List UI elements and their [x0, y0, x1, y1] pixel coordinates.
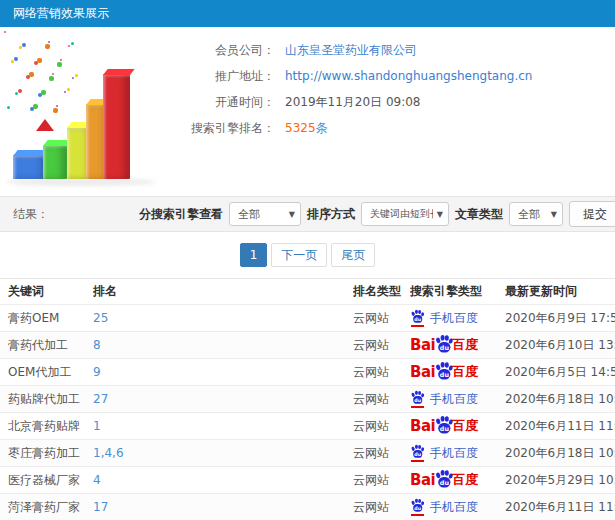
- chevron-down-icon: ▼: [289, 210, 295, 219]
- open-time-label: 开通时间：: [185, 94, 275, 111]
- baidu-logo: Bai du 百度: [410, 334, 505, 356]
- mobile-baidu-paw-icon: du: [410, 390, 425, 408]
- promo-url-label: 推广地址：: [185, 68, 275, 85]
- keyword-cell: 枣庄膏药加工: [8, 445, 93, 462]
- sort-select-value: 关键词由短到长排序: [370, 207, 433, 221]
- header-keyword: 关键词: [8, 283, 93, 300]
- engine-cell: Bai du 百度: [410, 390, 505, 408]
- updated-cell: 2020年6月9日 17:50: [505, 310, 615, 327]
- baidu-logo: Bai du 百度: [410, 361, 505, 383]
- header-updated: 最新更新时间: [505, 283, 615, 300]
- chevron-down-icon: ▼: [437, 210, 443, 219]
- chevron-down-icon: ▼: [551, 210, 557, 219]
- pagination: 1 下一页 尾页: [0, 232, 615, 278]
- engine-cell: Bai du 百度: [410, 498, 505, 516]
- rank-link[interactable]: 25: [93, 311, 353, 325]
- page-title: 网络营销效果展示: [13, 5, 109, 22]
- table-row: 菏泽膏药厂家 17 云网站 Bai du 百度: [0, 494, 615, 520]
- table-row: 枣庄膏药加工 1,4,6 云网站 Bai du 百度: [0, 440, 615, 467]
- chart-bar-2: [43, 145, 67, 179]
- growth-arrow-icon: [36, 105, 54, 119]
- updated-cell: 2020年6月11日 11:18: [505, 418, 615, 435]
- promo-url-link[interactable]: http://www.shandonghuangshengtang.cn: [285, 69, 532, 83]
- svg-text:du: du: [414, 317, 421, 322]
- article-type-select[interactable]: 全部 ▼: [509, 202, 563, 226]
- submit-button[interactable]: 提交: [569, 201, 615, 227]
- table-row: OEM代加工 9 云网站 Bai du 百度: [0, 359, 615, 386]
- last-page-button[interactable]: 尾页: [331, 243, 375, 267]
- page-1-button[interactable]: 1: [240, 243, 268, 267]
- svg-text:du: du: [414, 452, 421, 457]
- engine-cell: Bai du 百度: [410, 444, 505, 462]
- result-label: 结果：: [13, 206, 49, 223]
- keyword-cell: OEM代加工: [8, 364, 93, 381]
- rank-type-cell: 云网站: [353, 364, 410, 381]
- engine-cell: Bai du 百度: [410, 309, 505, 327]
- next-page-button[interactable]: 下一页: [271, 243, 327, 267]
- rank-type-cell: 云网站: [353, 337, 410, 354]
- rank-type-cell: 云网站: [353, 391, 410, 408]
- chart-bar-1: [13, 155, 47, 179]
- sort-select[interactable]: 关键词由短到长排序 ▼: [361, 202, 449, 226]
- svg-text:du: du: [414, 398, 421, 403]
- ranking-count-value: 5325条: [285, 120, 328, 137]
- article-type-label: 文章类型: [455, 206, 503, 223]
- mobile-baidu-logo: du 手机百度: [410, 498, 505, 516]
- ranking-count-unit: 条: [316, 121, 328, 135]
- field-company: 会员公司： 山东皇圣堂药业有限公司: [185, 37, 532, 63]
- rank-link[interactable]: 9: [93, 365, 353, 379]
- svg-text:du: du: [414, 506, 421, 511]
- keyword-cell: 北京膏药贴牌: [8, 418, 93, 435]
- rank-type-cell: 云网站: [353, 445, 410, 462]
- app-header: 网络营销效果展示: [0, 0, 615, 27]
- engine-cell: Bai du 百度: [410, 334, 505, 356]
- rank-type-cell: 云网站: [353, 310, 410, 327]
- keyword-cell: 药贴牌代加工: [8, 391, 93, 408]
- company-link[interactable]: 山东皇圣堂药业有限公司: [285, 42, 417, 59]
- company-label: 会员公司：: [185, 42, 275, 59]
- ranking-count-number: 5325: [285, 121, 316, 135]
- keyword-cell: 膏药OEM: [8, 310, 93, 327]
- engine-cell: Bai du 百度: [410, 415, 505, 437]
- rank-link[interactable]: 8: [93, 338, 353, 352]
- baidu-logo: Bai du 百度: [410, 415, 505, 437]
- engine-select[interactable]: 全部 ▼: [229, 202, 301, 226]
- field-ranking-count: 搜索引擎排名： 5325条: [185, 115, 532, 141]
- keyword-cell: 膏药代加工: [8, 337, 93, 354]
- engine-cell: Bai du 百度: [410, 469, 505, 491]
- table-row: 北京膏药贴牌 1 云网站 Bai du 百度: [0, 413, 615, 440]
- ground-shadow: [6, 178, 156, 186]
- table-header-row: 关键词 排名 排名类型 搜索引擎类型 最新更新时间: [0, 278, 615, 305]
- open-time-value: 2019年11月20日 09:08: [285, 94, 420, 111]
- table-row: 医疗器械厂家 4 云网站 Bai du 百度: [0, 467, 615, 494]
- rank-type-cell: 云网站: [353, 472, 410, 489]
- member-fields: 会员公司： 山东皇圣堂药业有限公司 推广地址： http://www.shand…: [185, 27, 532, 196]
- ranking-count-label: 搜索引擎排名：: [185, 120, 275, 137]
- rank-link[interactable]: 1: [93, 419, 353, 433]
- rank-link[interactable]: 1,4,6: [93, 446, 353, 460]
- mobile-baidu-logo: du 手机百度: [410, 309, 505, 327]
- engine-cell: Bai du 百度: [410, 361, 505, 383]
- table-body: 膏药OEM 25 云网站 Bai du 百度: [0, 305, 615, 520]
- rank-link[interactable]: 17: [93, 500, 353, 514]
- field-url: 推广地址： http://www.shandonghuangshengtang.…: [185, 63, 532, 89]
- keyword-cell: 菏泽膏药厂家: [8, 499, 93, 516]
- header-engine-type: 搜索引擎类型: [410, 283, 505, 300]
- engine-filter-label: 分搜索引擎查看: [139, 206, 223, 223]
- rank-type-cell: 云网站: [353, 499, 410, 516]
- member-info-section: 会员公司： 山东皇圣堂药业有限公司 推广地址： http://www.shand…: [0, 27, 615, 196]
- updated-cell: 2020年6月10日 13:40: [505, 337, 615, 354]
- table-row: 膏药OEM 25 云网站 Bai du 百度: [0, 305, 615, 332]
- svg-text:du: du: [440, 425, 450, 433]
- engine-select-value: 全部: [238, 207, 285, 222]
- rank-type-cell: 云网站: [353, 418, 410, 435]
- table-row: 膏药代加工 8 云网站 Bai du 百度: [0, 332, 615, 359]
- rank-link[interactable]: 27: [93, 392, 353, 406]
- table-row: 药贴牌代加工 27 云网站 Bai du 百度: [0, 386, 615, 413]
- mobile-baidu-logo: du 手机百度: [410, 444, 505, 462]
- header-rank: 排名: [93, 283, 353, 300]
- rank-link[interactable]: 4: [93, 473, 353, 487]
- mobile-baidu-paw-icon: du: [410, 309, 425, 327]
- svg-text:du: du: [440, 371, 450, 379]
- sort-filter-label: 排序方式: [307, 206, 355, 223]
